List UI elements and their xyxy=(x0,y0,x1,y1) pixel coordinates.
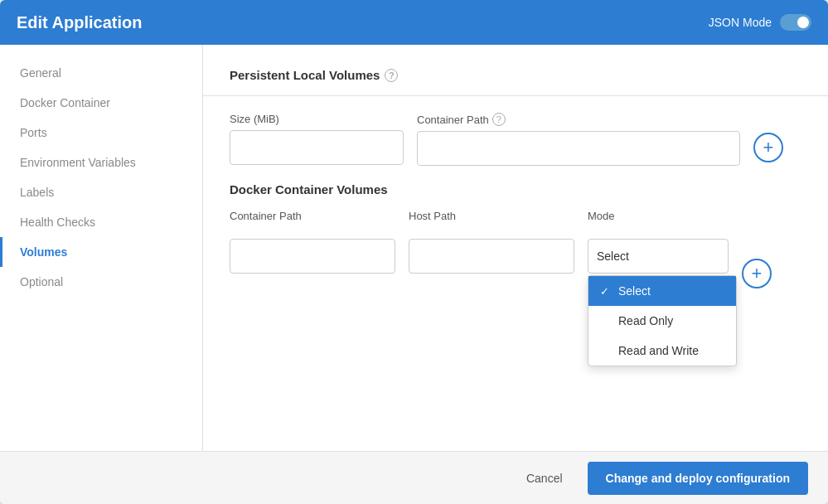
mode-select[interactable]: Select Read Only Read and Write xyxy=(588,239,729,274)
dropdown-item-read-write[interactable]: Read and Write xyxy=(588,336,736,366)
json-mode-toggle[interactable] xyxy=(780,14,811,31)
sidebar-item-volumes[interactable]: Volumes xyxy=(0,237,202,267)
select-checkmark: ✓ xyxy=(600,285,612,298)
container-path-help-icon[interactable]: ? xyxy=(492,113,506,126)
host-path-input[interactable] xyxy=(409,239,574,274)
sidebar-item-optional[interactable]: Optional xyxy=(0,267,202,297)
page-title: Edit Application xyxy=(17,13,142,32)
sidebar-item-health-checks[interactable]: Health Checks xyxy=(0,207,202,237)
sidebar-item-general[interactable]: General xyxy=(0,58,202,88)
host-path-label: Host Path xyxy=(409,210,574,222)
add-persistent-volume-button[interactable]: + xyxy=(753,133,783,162)
sidebar-item-ports[interactable]: Ports xyxy=(0,118,202,148)
sidebar: General Docker Container Ports Environme… xyxy=(0,45,203,451)
docker-volumes-inputs-row: Select Read Only Read and Write ✓ Select xyxy=(230,239,801,288)
docker-container-path-label: Container Path xyxy=(230,210,395,222)
sidebar-item-docker-container[interactable]: Docker Container xyxy=(0,88,202,118)
dropdown-item-select[interactable]: ✓ Select xyxy=(588,276,736,306)
content-area: Persistent Local Volumes ? Size (MiB) Co… xyxy=(203,45,828,451)
container-path-input[interactable] xyxy=(417,131,740,166)
section-divider xyxy=(203,95,828,96)
header: Edit Application JSON Mode xyxy=(0,0,828,45)
size-form-group: Size (MiB) xyxy=(230,113,404,165)
deploy-button[interactable]: Change and deploy configuration xyxy=(588,462,808,495)
modal: Edit Application JSON Mode General Docke… xyxy=(0,0,828,504)
persistent-volumes-form-row: Size (MiB) Container Path ? + xyxy=(230,113,801,166)
size-label: Size (MiB) xyxy=(230,113,404,125)
add-docker-volume-button[interactable]: + xyxy=(742,259,772,288)
sidebar-item-labels[interactable]: Labels xyxy=(0,177,202,207)
docker-container-path-input[interactable] xyxy=(230,239,395,274)
docker-volumes-section: Docker Container Volumes Container Path … xyxy=(230,182,801,288)
json-mode-toggle-container: JSON Mode xyxy=(709,14,811,31)
docker-volumes-labels-row: Container Path Host Path Mode xyxy=(230,210,801,222)
container-path-form-group: Container Path ? xyxy=(417,113,740,166)
json-mode-label: JSON Mode xyxy=(709,16,772,29)
footer: Cancel Change and deploy configuration xyxy=(0,451,828,504)
mode-select-container: Select Read Only Read and Write ✓ Select xyxy=(588,239,729,274)
persistent-volumes-help-icon[interactable]: ? xyxy=(385,69,398,82)
persistent-volumes-section-title: Persistent Local Volumes ? xyxy=(230,68,801,82)
body: General Docker Container Ports Environme… xyxy=(0,45,828,451)
cancel-button[interactable]: Cancel xyxy=(513,465,576,492)
mode-label: Mode xyxy=(588,210,729,222)
container-path-label: Container Path ? xyxy=(417,113,740,126)
dropdown-item-read-only[interactable]: Read Only xyxy=(588,306,736,336)
sidebar-item-environment-variables[interactable]: Environment Variables xyxy=(0,148,202,177)
mode-dropdown-open: ✓ Select Read Only Read and Write xyxy=(588,275,737,366)
docker-volumes-title: Docker Container Volumes xyxy=(230,182,801,196)
size-input[interactable] xyxy=(230,130,404,165)
